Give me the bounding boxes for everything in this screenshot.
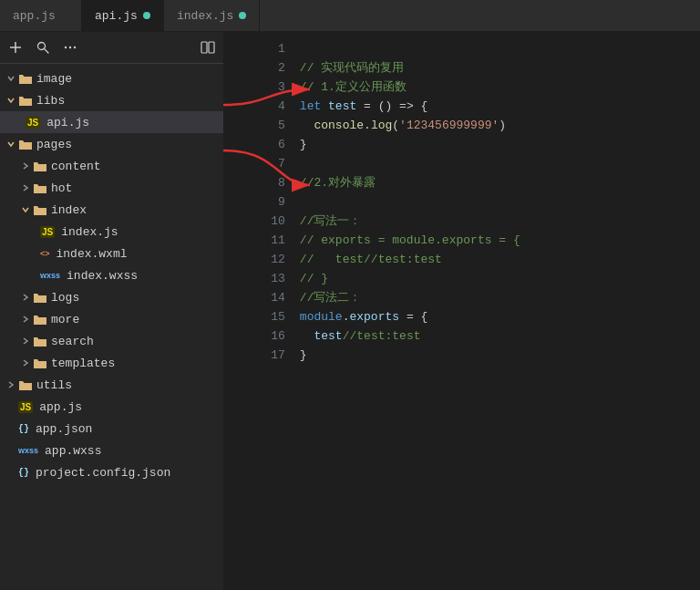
tab-index-js-dot (239, 12, 246, 19)
tree-item-project-config[interactable]: {} project.config.json (0, 461, 223, 483)
tree-label-logs: logs (51, 291, 79, 305)
tree-item-more[interactable]: more (0, 308, 223, 330)
file-tree: image libs JS api.js (0, 64, 223, 487)
js-icon-api: JS (26, 117, 40, 129)
sidebar-toolbar (0, 32, 223, 64)
svg-point-2 (38, 43, 46, 50)
code-line-5: 5 console.log('123456999999') (223, 116, 700, 135)
code-content: 1 2 // 实现代码的复用 3 // 1.定义公用函数 4 let test … (223, 32, 700, 372)
tree-label-hot: hot (51, 181, 72, 195)
spacer-index-js (33, 224, 40, 239)
tab-app-js[interactable]: app.js (0, 0, 82, 31)
folder-icon-utils (18, 378, 33, 392)
search-icon[interactable] (33, 37, 53, 57)
spacer-app-wxss (4, 443, 18, 458)
folder-icon-index (33, 202, 47, 217)
line-content-12: // test//test:test (300, 250, 700, 269)
svg-line-3 (45, 49, 48, 53)
line-num-7: 7 (223, 154, 300, 173)
tree-label-pages: pages (36, 138, 72, 151)
tree-item-templates[interactable]: templates (0, 352, 223, 374)
tree-item-utils[interactable]: utils (0, 374, 223, 396)
tree-item-index-wxml[interactable]: <> index.wxml (0, 243, 223, 264)
tree-label-utils: utils (36, 378, 72, 392)
line-num-17: 17 (223, 346, 300, 365)
line-num-16: 16 (223, 326, 300, 346)
line-num-6: 6 (223, 135, 300, 154)
tab-index-js[interactable]: index.js (164, 0, 260, 31)
line-num-8: 8 (223, 173, 300, 192)
line-num-9: 9 (223, 192, 300, 212)
code-line-11: 11 // exports = module.exports = { (223, 231, 700, 250)
tree-label-project-config: project.config.json (36, 466, 170, 480)
folder-icon-libs (18, 93, 33, 108)
line-content-6: } (300, 135, 700, 154)
tree-item-app-wxss[interactable]: wxss app.wxss (0, 440, 223, 461)
chevron-logs (18, 290, 33, 305)
line-content-15: module.exports = { (300, 307, 700, 326)
wxss-icon-app: wxss (18, 446, 38, 455)
code-line-4: 4 let test = () => { (223, 97, 700, 116)
tree-label-app-json: app.json (36, 422, 92, 436)
more-icon[interactable] (60, 37, 80, 57)
spacer-project-config (4, 465, 18, 480)
editor[interactable]: 1 2 // 实现代码的复用 3 // 1.定义公用函数 4 let test … (223, 32, 700, 590)
code-line-12: 12 // test//test:test (223, 250, 700, 269)
tab-api-js-label: api.js (95, 9, 138, 23)
chevron-index-folder (18, 202, 33, 217)
code-line-17: 17 } (223, 346, 700, 365)
chevron-hot (18, 181, 33, 195)
tree-label-index-wxml: index.wxml (57, 247, 128, 261)
tree-label-content: content (51, 160, 101, 173)
tree-item-content[interactable]: content (0, 155, 223, 177)
folder-icon-templates (33, 356, 47, 370)
tab-api-js[interactable]: api.js (82, 0, 164, 31)
tree-item-pages[interactable]: pages (0, 133, 223, 155)
spacer-index-wxml (33, 246, 40, 261)
tree-label-index-js: index.js (61, 225, 118, 239)
tree-item-index-wxss[interactable]: wxss index.wxss (0, 264, 223, 286)
chevron-templates (18, 356, 33, 370)
split-icon[interactable] (198, 37, 218, 57)
code-line-13: 13 // } (223, 269, 700, 288)
tree-label-api-js: api.js (46, 116, 89, 129)
js-icon-app: JS (18, 401, 33, 413)
spacer-app-js (4, 399, 18, 414)
add-icon[interactable] (5, 37, 26, 57)
line-content-16: test//test:test (300, 326, 700, 346)
code-line-6: 6 } (223, 135, 700, 154)
folder-icon-hot (33, 181, 47, 195)
line-content-13: // } (300, 269, 700, 288)
line-content-10: //写法一： (300, 212, 700, 231)
tree-item-index-folder[interactable]: index (0, 199, 223, 221)
tree-item-index-js[interactable]: JS index.js (0, 221, 223, 243)
folder-icon-more (33, 312, 47, 326)
line-num-2: 2 (223, 58, 300, 78)
tree-item-image[interactable]: image (0, 67, 223, 89)
spacer-index-wxss (33, 268, 40, 283)
line-content-9 (300, 192, 700, 212)
tree-item-app-json[interactable]: {} app.json (0, 418, 223, 440)
main-layout: image libs JS api.js (0, 32, 700, 590)
code-line-1: 1 (223, 39, 700, 58)
folder-icon-pages (18, 137, 33, 151)
code-line-16: 16 test//test:test (223, 326, 700, 346)
tree-item-search[interactable]: search (0, 330, 223, 352)
tree-item-api-js[interactable]: JS api.js (0, 111, 223, 133)
tree-item-hot[interactable]: hot (0, 177, 223, 199)
tab-bar: app.js api.js index.js (0, 0, 700, 32)
tree-item-libs[interactable]: libs (0, 89, 223, 111)
line-content-3: // 1.定义公用函数 (300, 78, 700, 97)
line-content-7 (300, 154, 700, 173)
tree-label-search: search (51, 335, 94, 348)
line-content-17: } (300, 346, 700, 365)
tab-index-js-label: index.js (177, 9, 233, 23)
tree-item-logs[interactable]: logs (0, 286, 223, 308)
tree-item-app-js[interactable]: JS app.js (0, 396, 223, 418)
folder-icon-search (33, 334, 47, 348)
sidebar: image libs JS api.js (0, 32, 223, 590)
code-line-14: 14 //写法二： (223, 288, 700, 307)
code-line-7: 7 (223, 154, 700, 173)
line-num-11: 11 (223, 231, 300, 250)
line-num-10: 10 (223, 212, 300, 231)
